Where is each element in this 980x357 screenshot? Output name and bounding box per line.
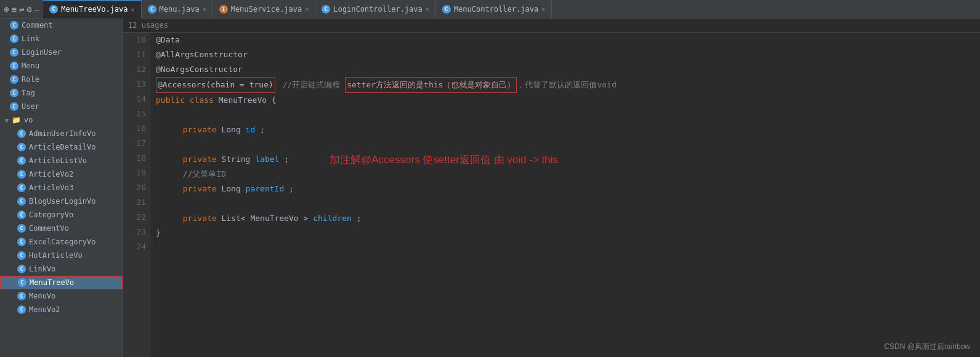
line-num-19: 19: [128, 166, 146, 180]
semicolon: ;: [284, 154, 289, 164]
tab-menu[interactable]: C Menu.java ✕: [142, 0, 213, 18]
sidebar-item-vo-folder[interactable]: ▼ 📁 vo: [0, 113, 123, 127]
setter-box-text: setter方法返回的是this（也就是对象自己）: [345, 77, 517, 93]
sidebar-item-label: User: [22, 102, 39, 111]
class-icon: C: [17, 292, 26, 300]
field-id: id: [246, 125, 256, 134]
annotation-allargs: @AllArgsConstructor: [156, 50, 248, 59]
class-icon: C: [17, 156, 26, 165]
class-icon: C: [10, 89, 18, 97]
sidebar-item-hotarticlevo[interactable]: C HotArticleVo: [0, 249, 123, 262]
line-numbers: 10 11 12 13 14 15 16 17 18 19 20 21 22 2…: [123, 33, 151, 357]
sidebar-item-menu[interactable]: C Menu: [0, 59, 123, 73]
sidebar-item-commentvo[interactable]: C CommentVo: [0, 222, 123, 235]
type-menutreevo: MenuTreeVo: [250, 214, 298, 223]
tab-icon-c: C: [442, 5, 451, 14]
sidebar-item-menuvo[interactable]: C MenuVo: [0, 289, 123, 303]
class-name: MenuTreeVo: [219, 95, 272, 105]
tab-menuservice[interactable]: I MenuService.java ✕: [213, 0, 316, 18]
code-editor: 12 usages 10 11 12 13 14 15 16 17 18 19 …: [123, 18, 980, 357]
diff-icon[interactable]: ⇌: [19, 4, 24, 14]
code-line-15: [156, 108, 975, 122]
sidebar-item-link[interactable]: C Link: [0, 32, 123, 46]
sidebar-item-articlelistvo[interactable]: C ArticleListVo: [0, 154, 123, 167]
field-label: label: [255, 154, 279, 164]
sidebar-item-loginuser[interactable]: C LoginUser: [0, 46, 123, 59]
type-list: List<: [221, 214, 245, 223]
main-area: C Comment C Link C LoginUser C Menu C Ro…: [0, 18, 980, 357]
tab-close-menutreevo[interactable]: ✕: [131, 6, 135, 13]
sidebar-item-categoryvo[interactable]: C CategoryVo: [0, 208, 123, 222]
line-num-22: 22: [128, 210, 146, 225]
chevron-down-icon: ▼: [5, 117, 9, 124]
sidebar-item-label: vo: [24, 116, 33, 124]
line-num-12: 12: [128, 62, 146, 77]
sidebar-item-role[interactable]: C Role: [0, 73, 123, 86]
sidebar-item-label: ArticleVo3: [29, 183, 73, 192]
minimize-icon[interactable]: —: [34, 4, 39, 14]
sidebar-item-label: ExcelCategoryVo: [29, 238, 95, 246]
code-line-19: //父菜单ID: [156, 167, 975, 182]
class-icon: C: [10, 62, 18, 70]
sidebar-item-linkvo[interactable]: C LinkVo: [0, 262, 123, 276]
code-line-21: [156, 196, 975, 211]
sidebar-item-articlevo3[interactable]: C ArticleVo3: [0, 181, 123, 195]
class-icon: C: [17, 251, 26, 260]
tab-label: LoginController.java: [333, 5, 423, 14]
tab-close-menucontroller[interactable]: ✕: [541, 6, 545, 12]
tab-bar: ⊕ ≡ ⇌ ⚙ — C MenuTreeVo.java ✕ C Menu.jav…: [0, 0, 980, 18]
tab-menucontroller[interactable]: C MenuController.java ✕: [436, 0, 552, 18]
tab-logincontroller[interactable]: C LoginController.java ✕: [315, 0, 436, 18]
sidebar-item-label: LoginUser: [22, 48, 62, 57]
toolbar-icons: ⊕ ≡ ⇌ ⚙ —: [0, 4, 43, 14]
code-content[interactable]: 10 11 12 13 14 15 16 17 18 19 20 21 22 2…: [123, 33, 980, 357]
sidebar-item-label: ArticleListVo: [29, 156, 87, 165]
code-lines: @Data @AllArgsConstructor @NoArgsConstru…: [151, 33, 980, 357]
line-num-15: 15: [128, 106, 146, 121]
sidebar-item-comment[interactable]: C Comment: [0, 18, 123, 32]
settings-icon[interactable]: ⚙: [26, 4, 31, 14]
tab-close-menu[interactable]: ✕: [203, 6, 206, 12]
type-close: >: [304, 214, 314, 223]
sidebar-item-articlevo2[interactable]: C ArticleVo2: [0, 167, 123, 181]
annotation-data: @Data: [156, 35, 180, 44]
accessors-annotation: @Accessors(chain = true): [156, 77, 275, 93]
sidebar-item-menuvo2[interactable]: C MenuVo2: [0, 303, 123, 316]
sidebar-item-user[interactable]: C User: [0, 100, 123, 113]
structure-icon[interactable]: ≡: [11, 4, 16, 14]
sidebar-item-label: MenuTreeVo: [30, 278, 74, 287]
nav-icon[interactable]: ⊕: [4, 4, 9, 14]
sidebar-item-tag[interactable]: C Tag: [0, 86, 123, 100]
kw-private: private: [183, 214, 217, 223]
watermark-fixed: CSDN @风雨过后rainbow: [884, 342, 970, 352]
code-line-14: public class MenuTreeVo {: [156, 93, 975, 108]
tab-close-menuservice[interactable]: ✕: [305, 6, 309, 12]
usages-count: 12 usages: [128, 21, 168, 30]
class-icon: C: [10, 21, 18, 30]
sidebar-item-label: ArticleVo2: [29, 170, 73, 178]
line-num-14: 14: [128, 92, 146, 106]
sidebar-item-label: Link: [22, 34, 39, 43]
sidebar-item-articledetailvo[interactable]: C ArticleDetailVo: [0, 140, 123, 154]
tab-label: MenuTreeVo.java: [61, 5, 128, 14]
tab-close-logincontroller[interactable]: ✕: [426, 6, 429, 12]
tab-menutreevo[interactable]: C MenuTreeVo.java ✕: [43, 0, 141, 18]
sidebar: C Comment C Link C LoginUser C Menu C Ro…: [0, 18, 123, 357]
class-icon: C: [18, 278, 26, 287]
class-icon: C: [17, 305, 26, 314]
sidebar-item-excelcategoryvo[interactable]: C ExcelCategoryVo: [0, 235, 123, 249]
sidebar-item-adminuserinfovo[interactable]: C AdminUserInfoVo: [0, 127, 123, 140]
sidebar-item-label: LinkVo: [29, 265, 55, 273]
annotation-noargs: @NoArgsConstructor: [156, 65, 243, 74]
class-icon: C: [17, 143, 26, 151]
line-num-24: 24: [128, 239, 146, 254]
sidebar-item-menutreevo[interactable]: C MenuTreeVo: [0, 276, 123, 289]
code-line-23: }: [156, 226, 975, 241]
sidebar-item-bloguserloginvo[interactable]: C BlogUserLoginVo: [0, 195, 123, 208]
sidebar-item-label: Comment: [22, 21, 53, 30]
type-string: String: [221, 154, 255, 164]
sidebar-item-label: Role: [22, 75, 39, 84]
field-parentid: parentId: [246, 184, 285, 193]
code-line-13: @Accessors(chain = true) //开启链式编程 setter…: [156, 77, 975, 93]
code-line-18: private String label ;: [156, 152, 975, 167]
